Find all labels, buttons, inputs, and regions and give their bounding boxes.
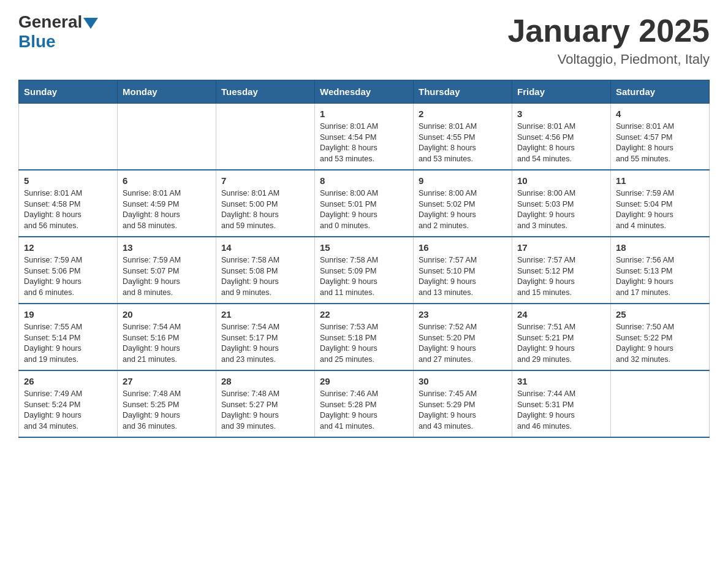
day-number: 7 (221, 175, 309, 186)
calendar-cell: 6Sunrise: 8:01 AM Sunset: 4:59 PM Daylig… (118, 170, 216, 237)
calendar-week-row: 26Sunrise: 7:49 AM Sunset: 5:24 PM Dayli… (19, 370, 710, 437)
calendar-cell: 1Sunrise: 8:01 AM Sunset: 4:54 PM Daylig… (315, 104, 414, 170)
day-info: Sunrise: 7:54 AM Sunset: 5:16 PM Dayligh… (123, 322, 211, 365)
calendar-cell: 23Sunrise: 7:52 AM Sunset: 5:20 PM Dayli… (414, 304, 512, 370)
day-info: Sunrise: 7:58 AM Sunset: 5:08 PM Dayligh… (221, 255, 309, 298)
calendar-cell: 21Sunrise: 7:54 AM Sunset: 5:17 PM Dayli… (216, 304, 315, 370)
day-info: Sunrise: 7:57 AM Sunset: 5:12 PM Dayligh… (517, 255, 605, 298)
day-number: 23 (419, 309, 507, 320)
calendar-week-row: 1Sunrise: 8:01 AM Sunset: 4:54 PM Daylig… (19, 104, 710, 170)
logo: General Blue (18, 12, 98, 52)
day-number: 15 (320, 242, 408, 253)
calendar-cell: 26Sunrise: 7:49 AM Sunset: 5:24 PM Dayli… (19, 370, 118, 437)
day-number: 10 (517, 175, 605, 186)
day-info: Sunrise: 7:44 AM Sunset: 5:31 PM Dayligh… (517, 389, 605, 432)
calendar-cell: 13Sunrise: 7:59 AM Sunset: 5:07 PM Dayli… (118, 237, 216, 304)
calendar-cell: 7Sunrise: 8:01 AM Sunset: 5:00 PM Daylig… (216, 170, 315, 237)
day-number: 17 (517, 242, 605, 253)
calendar-cell (216, 104, 315, 170)
calendar-cell: 28Sunrise: 7:48 AM Sunset: 5:27 PM Dayli… (216, 370, 315, 437)
day-number: 1 (320, 109, 408, 119)
day-number: 6 (123, 175, 211, 186)
day-number: 13 (123, 242, 211, 253)
day-info: Sunrise: 7:50 AM Sunset: 5:22 PM Dayligh… (616, 322, 704, 365)
calendar-cell (611, 370, 710, 437)
calendar-cell: 8Sunrise: 8:00 AM Sunset: 5:01 PM Daylig… (315, 170, 414, 237)
day-number: 19 (24, 309, 112, 320)
calendar-cell: 24Sunrise: 7:51 AM Sunset: 5:21 PM Dayli… (512, 304, 611, 370)
calendar-cell: 16Sunrise: 7:57 AM Sunset: 5:10 PM Dayli… (414, 237, 512, 304)
calendar-cell: 9Sunrise: 8:00 AM Sunset: 5:02 PM Daylig… (414, 170, 512, 237)
calendar-cell: 10Sunrise: 8:00 AM Sunset: 5:03 PM Dayli… (512, 170, 611, 237)
day-info: Sunrise: 7:51 AM Sunset: 5:21 PM Dayligh… (517, 322, 605, 365)
calendar-cell: 4Sunrise: 8:01 AM Sunset: 4:57 PM Daylig… (611, 104, 710, 170)
day-number: 16 (419, 242, 507, 253)
day-number: 14 (221, 242, 309, 253)
day-number: 31 (517, 376, 605, 386)
day-info: Sunrise: 7:59 AM Sunset: 5:04 PM Dayligh… (616, 188, 704, 231)
calendar-cell: 31Sunrise: 7:44 AM Sunset: 5:31 PM Dayli… (512, 370, 611, 437)
calendar-cell: 3Sunrise: 8:01 AM Sunset: 4:56 PM Daylig… (512, 104, 611, 170)
day-info: Sunrise: 7:57 AM Sunset: 5:10 PM Dayligh… (419, 255, 507, 298)
weekday-header-monday: Monday (118, 80, 216, 104)
weekday-header-tuesday: Tuesday (216, 80, 315, 104)
day-number: 8 (320, 175, 408, 186)
day-info: Sunrise: 8:01 AM Sunset: 4:57 PM Dayligh… (616, 121, 704, 164)
day-info: Sunrise: 7:55 AM Sunset: 5:14 PM Dayligh… (24, 322, 112, 365)
day-number: 29 (320, 376, 408, 386)
day-info: Sunrise: 8:00 AM Sunset: 5:03 PM Dayligh… (517, 188, 605, 231)
calendar-week-row: 19Sunrise: 7:55 AM Sunset: 5:14 PM Dayli… (19, 304, 710, 370)
day-info: Sunrise: 8:00 AM Sunset: 5:01 PM Dayligh… (320, 188, 408, 231)
day-number: 22 (320, 309, 408, 320)
day-info: Sunrise: 7:54 AM Sunset: 5:17 PM Dayligh… (221, 322, 309, 365)
day-info: Sunrise: 7:49 AM Sunset: 5:24 PM Dayligh… (24, 389, 112, 432)
day-number: 30 (419, 376, 507, 386)
day-number: 3 (517, 109, 605, 119)
calendar-cell: 25Sunrise: 7:50 AM Sunset: 5:22 PM Dayli… (611, 304, 710, 370)
weekday-header-thursday: Thursday (414, 80, 512, 104)
weekday-header-wednesday: Wednesday (315, 80, 414, 104)
day-number: 25 (616, 309, 704, 320)
day-info: Sunrise: 8:01 AM Sunset: 4:59 PM Dayligh… (123, 188, 211, 231)
day-number: 5 (24, 175, 112, 186)
calendar-cell: 17Sunrise: 7:57 AM Sunset: 5:12 PM Dayli… (512, 237, 611, 304)
day-number: 27 (123, 376, 211, 386)
calendar-cell: 19Sunrise: 7:55 AM Sunset: 5:14 PM Dayli… (19, 304, 118, 370)
day-info: Sunrise: 7:45 AM Sunset: 5:29 PM Dayligh… (419, 389, 507, 432)
day-number: 18 (616, 242, 704, 253)
day-number: 20 (123, 309, 211, 320)
logo-general-text: General (18, 12, 82, 32)
calendar-cell: 15Sunrise: 7:58 AM Sunset: 5:09 PM Dayli… (315, 237, 414, 304)
day-info: Sunrise: 8:01 AM Sunset: 4:58 PM Dayligh… (24, 188, 112, 231)
calendar-week-row: 12Sunrise: 7:59 AM Sunset: 5:06 PM Dayli… (19, 237, 710, 304)
day-number: 12 (24, 242, 112, 253)
title-section: January 2025 Voltaggio, Piedmont, Italy (507, 12, 710, 67)
day-info: Sunrise: 8:00 AM Sunset: 5:02 PM Dayligh… (419, 188, 507, 231)
weekday-header-saturday: Saturday (611, 80, 710, 104)
calendar-cell: 20Sunrise: 7:54 AM Sunset: 5:16 PM Dayli… (118, 304, 216, 370)
calendar-cell (19, 104, 118, 170)
month-title: January 2025 (507, 12, 710, 49)
calendar-cell: 11Sunrise: 7:59 AM Sunset: 5:04 PM Dayli… (611, 170, 710, 237)
page-header: General Blue January 2025 Voltaggio, Pie… (18, 12, 710, 67)
calendar-cell: 29Sunrise: 7:46 AM Sunset: 5:28 PM Dayli… (315, 370, 414, 437)
day-info: Sunrise: 8:01 AM Sunset: 4:54 PM Dayligh… (320, 121, 408, 164)
day-info: Sunrise: 7:48 AM Sunset: 5:25 PM Dayligh… (123, 389, 211, 432)
day-number: 21 (221, 309, 309, 320)
day-number: 4 (616, 109, 704, 119)
day-number: 28 (221, 376, 309, 386)
day-info: Sunrise: 7:59 AM Sunset: 5:07 PM Dayligh… (123, 255, 211, 298)
day-info: Sunrise: 8:01 AM Sunset: 5:00 PM Dayligh… (221, 188, 309, 231)
day-info: Sunrise: 7:58 AM Sunset: 5:09 PM Dayligh… (320, 255, 408, 298)
day-number: 11 (616, 175, 704, 186)
day-info: Sunrise: 8:01 AM Sunset: 4:56 PM Dayligh… (517, 121, 605, 164)
day-info: Sunrise: 7:46 AM Sunset: 5:28 PM Dayligh… (320, 389, 408, 432)
day-info: Sunrise: 7:59 AM Sunset: 5:06 PM Dayligh… (24, 255, 112, 298)
logo-blue-text: Blue (18, 32, 98, 52)
calendar-cell: 30Sunrise: 7:45 AM Sunset: 5:29 PM Dayli… (414, 370, 512, 437)
weekday-header-sunday: Sunday (19, 80, 118, 104)
day-info: Sunrise: 7:56 AM Sunset: 5:13 PM Dayligh… (616, 255, 704, 298)
day-info: Sunrise: 8:01 AM Sunset: 4:55 PM Dayligh… (419, 121, 507, 164)
calendar-week-row: 5Sunrise: 8:01 AM Sunset: 4:58 PM Daylig… (19, 170, 710, 237)
day-number: 9 (419, 175, 507, 186)
